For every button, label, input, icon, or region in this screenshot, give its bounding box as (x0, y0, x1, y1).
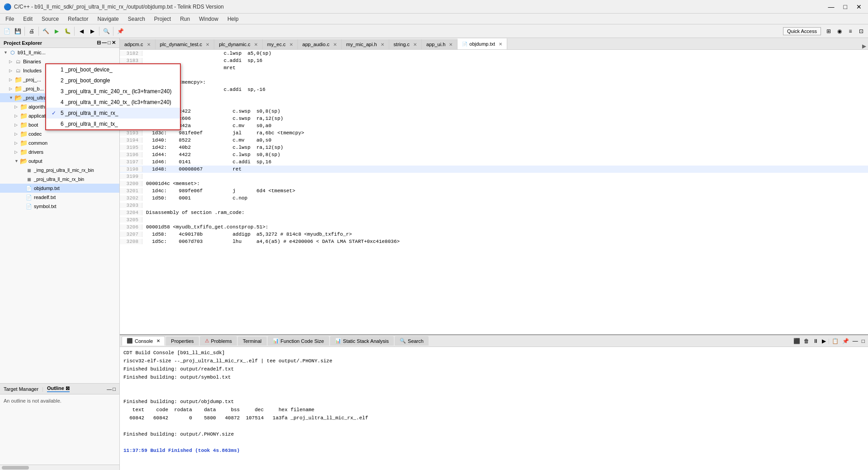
minimize-button[interactable]: — (826, 3, 837, 10)
dropdown-item-1[interactable]: 1 _proj_boot_device_ (46, 64, 180, 75)
tab-app-ui-close[interactable]: ✕ (449, 42, 453, 47)
menu-help[interactable]: Help (224, 15, 242, 23)
editor-content[interactable]: 3182 c.lwsp a5,0(sp) 3183 c.addi sp,16 3… (120, 50, 868, 334)
maximize-button[interactable]: □ (841, 3, 850, 10)
tab-my-ec-close[interactable]: ✕ (289, 42, 293, 47)
right-panel: adpcm.c ✕ plc_dynamic_test.c ✕ plc_dynam… (120, 38, 868, 470)
run-button[interactable]: ▶ (52, 26, 61, 36)
new-file-button[interactable]: 📄 (2, 26, 12, 36)
binaries-icon: 🗂 (14, 58, 22, 65)
tab-app-ui[interactable]: app_ui.h ✕ (422, 39, 458, 49)
tree-drivers[interactable]: ▷ 📁 drivers (0, 147, 119, 157)
tab-target-manager[interactable]: Target Manager (4, 386, 38, 392)
maximize-panel-icon[interactable]: □ (108, 40, 111, 46)
tab-objdump-close[interactable]: ✕ (499, 42, 502, 47)
next-button[interactable]: ▶ (87, 26, 97, 36)
tab-adpcm-close[interactable]: ✕ (147, 42, 151, 47)
file-icon: 📄 (25, 194, 33, 201)
tab-search[interactable]: 🔍 Search (395, 336, 429, 346)
window-title: C/C++ - b91_ll_mic_sdk/_proj_ultra_ll_mi… (14, 4, 224, 10)
tree-root[interactable]: ▼ ⬡ b91_ll_mic... (0, 48, 119, 57)
dropdown-item-2[interactable]: 2 _proj_boot_dongle (46, 75, 180, 86)
console-action-3[interactable]: ⏸ (811, 338, 820, 344)
menu-file[interactable]: File (2, 15, 18, 23)
tab-string-close[interactable]: ✕ (413, 42, 417, 47)
outline-maximize-icon[interactable]: □ (113, 386, 116, 392)
tree-symbol[interactable]: ▷ 📄 symbol.txt (0, 202, 119, 211)
checkmark-5: ✓ (52, 110, 58, 116)
tab-plc-dynamic[interactable]: plc_dynamic.c ✕ (214, 39, 263, 49)
debug-button[interactable]: 🐛 (62, 26, 72, 36)
tab-terminal[interactable]: Terminal (238, 337, 267, 346)
tab-my-mic-api-close[interactable]: ✕ (381, 42, 384, 47)
menu-edit[interactable]: Edit (19, 15, 36, 23)
tab-plc-dynamic-test[interactable]: plc_dynamic_test.c ✕ (156, 39, 215, 49)
console-pin[interactable]: 📌 (841, 338, 850, 344)
toolbar-right-3[interactable]: ⊡ (856, 26, 866, 36)
code-line: 3208 1d5c: 0067d703 lhu a4,6(a5) # e4200… (120, 238, 868, 245)
tree-common[interactable]: ▷ 📁 common (0, 138, 119, 147)
tab-console-close[interactable]: ✕ (156, 338, 160, 343)
console-open-console[interactable]: 📋 (830, 338, 840, 344)
dropdown-label-4: 4 _proj_ultra_ll_mic_240_tx_ (lc3+frame=… (61, 99, 171, 105)
tab-objdump[interactable]: 📄 objdump.txt ✕ (458, 38, 507, 49)
outline-minimize-icon[interactable]: — (107, 386, 112, 392)
menu-navigate[interactable]: Navigate (94, 15, 122, 23)
quick-access-button[interactable]: Quick Access (783, 27, 821, 35)
dropdown-item-6[interactable]: 6 _proj_ultra_ll_mic_tx_ (46, 119, 180, 129)
close-panel-icon[interactable]: ✕ (112, 40, 116, 46)
toolbar-right-2[interactable]: ≡ (845, 26, 855, 36)
tab-string[interactable]: string.c ✕ (389, 39, 422, 49)
menu-window[interactable]: Window (195, 15, 222, 23)
tree-objdump[interactable]: ▷ 📄 objdump.txt (0, 184, 119, 193)
tab-scroll-right[interactable]: ▶ (860, 43, 868, 49)
tab-function-code-size[interactable]: 📊 Function Code Size (268, 336, 329, 346)
collapse-all-icon[interactable]: ⊟ (97, 40, 101, 46)
dropdown-item-4[interactable]: 4 _proj_ultra_ll_mic_240_tx_ (lc3+frame=… (46, 97, 180, 108)
tree-readelf[interactable]: ▷ 📄 readelf.txt (0, 193, 119, 202)
search-toolbar-button[interactable]: 🔍 (101, 26, 111, 36)
tab-my-ec[interactable]: my_ec.c ✕ (263, 39, 298, 49)
tree-img-bin[interactable]: ▷ ◼ _img_proj_ultra_ll_mic_rx_bin (0, 166, 119, 175)
console-action-1[interactable]: ⬛ (792, 338, 802, 344)
dropdown-item-3[interactable]: 3 _proj_ultra_ll_mic_240_rx_ (lc3+frame=… (46, 86, 180, 97)
menu-run[interactable]: Run (176, 15, 193, 23)
save-button[interactable]: 💾 (13, 26, 23, 36)
left-panel-scrollbar[interactable] (0, 465, 119, 470)
tab-app-audio-close[interactable]: ✕ (333, 42, 337, 47)
dropdown-item-5[interactable]: ✓ 5 _proj_ultra_ll_mic_rx_ (46, 108, 180, 119)
code-line: 3201 1d4c: 989fe06f j 6d4 <tmemset> (120, 187, 868, 195)
open-perspectives-button[interactable]: ⊞ (824, 26, 834, 36)
prev-button[interactable]: ◀ (76, 26, 86, 36)
tab-adpcm[interactable]: adpcm.c ✕ (120, 39, 156, 49)
pin-button[interactable]: 📌 (115, 26, 125, 36)
console-content: CDT Build Console [b91_ll_mic_sdk] riscv… (120, 347, 868, 470)
tree-codec[interactable]: ▷ 📁 codec (0, 129, 119, 138)
minimize-panel-icon[interactable]: — (102, 40, 107, 46)
build-button[interactable]: 🔨 (41, 26, 51, 36)
tree-output[interactable]: ▼ 📂 output (0, 157, 119, 166)
close-button[interactable]: ✕ (854, 3, 864, 10)
toolbar-right-1[interactable]: ◉ (835, 26, 844, 36)
tab-outline[interactable]: Outline ⊠ (47, 385, 70, 392)
panel-maximize[interactable]: □ (860, 338, 866, 344)
panel-minimize[interactable]: — (851, 338, 859, 344)
menu-project[interactable]: Project (151, 15, 175, 23)
tab-app-audio[interactable]: app_audio.c ✕ (298, 39, 342, 49)
tree-proj-bin-label: _proj_ultra_ll_mic_rx_bin (34, 177, 84, 182)
menu-source[interactable]: Source (38, 15, 62, 23)
menu-refactor[interactable]: Refactor (64, 15, 92, 23)
console-line (123, 381, 864, 389)
tab-properties[interactable]: Properties (166, 337, 198, 346)
tab-plc-dt-close[interactable]: ✕ (206, 42, 209, 47)
print-button[interactable]: 🖨 (27, 26, 37, 36)
tab-console[interactable]: ⬛ Console ✕ (122, 336, 165, 346)
tab-plc-d-close[interactable]: ✕ (254, 42, 258, 47)
tab-problems[interactable]: ⚠ Problems (200, 336, 237, 346)
tree-proj-bin[interactable]: ▷ ◼ _proj_ultra_ll_mic_rx_bin (0, 175, 119, 184)
menu-search[interactable]: Search (124, 15, 149, 23)
console-action-4[interactable]: ▶ (821, 338, 827, 344)
console-action-2[interactable]: 🗑 (802, 338, 811, 344)
tab-static-stack[interactable]: 📊 Static Stack Analysis (330, 336, 394, 346)
tab-my-mic-api[interactable]: my_mic_api.h ✕ (342, 39, 389, 49)
